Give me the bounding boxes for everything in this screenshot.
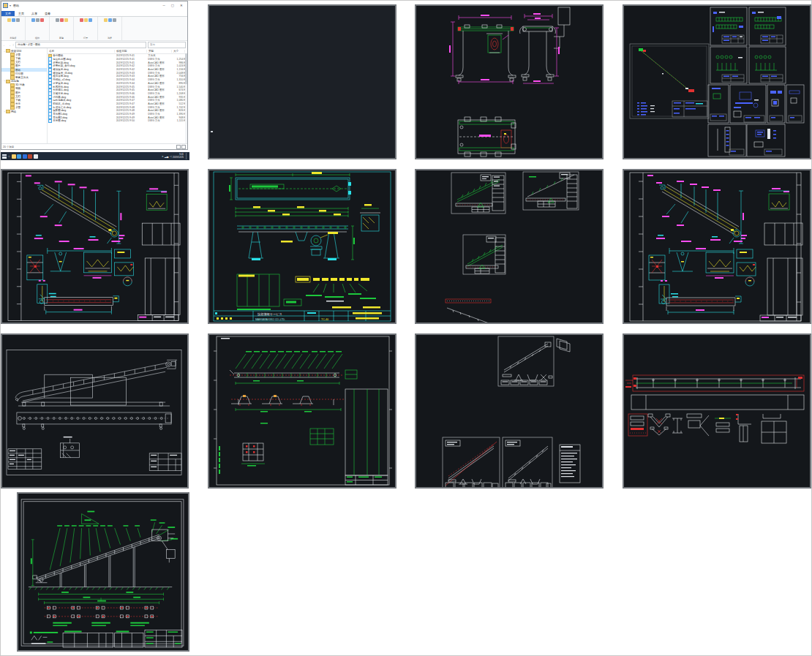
file-date: 2019/12/25 9:44 bbox=[116, 78, 149, 81]
system-tray[interactable]: ∧ ▂▄ ◁ 9:41 2019/12/25 bbox=[162, 153, 188, 159]
tab-3[interactable]: 查看 bbox=[41, 11, 54, 16]
taskbar-search-icon[interactable]: ○ bbox=[8, 154, 10, 158]
network-icon[interactable]: ▂▄ bbox=[165, 155, 168, 158]
file-name: 张紧装置.dwg bbox=[53, 82, 116, 85]
taskbar-app-icon[interactable] bbox=[23, 154, 27, 159]
details-view-icon[interactable] bbox=[176, 145, 181, 149]
file-row[interactable]: 零件图2.dwg2019/12/25 9:49AutoCAD 图形948 KB bbox=[48, 116, 187, 119]
sidebar-item-label: 下载 bbox=[15, 57, 20, 60]
taskbar-clock[interactable]: 9:41 2019/12/25 bbox=[173, 154, 184, 159]
file-row[interactable]: 改向滚筒.dwg2019/12/25 9:43AutoCAD 图形756 KB bbox=[48, 75, 187, 78]
start-button[interactable] bbox=[2, 154, 7, 159]
file-type: DWG 文件 bbox=[148, 99, 173, 102]
forward-button[interactable]: → bbox=[8, 43, 12, 47]
ribbon-icon[interactable] bbox=[104, 18, 108, 22]
maximize-button[interactable]: ▢ bbox=[168, 4, 177, 7]
file-date: 2019/12/25 9:43 bbox=[116, 75, 149, 78]
file-row[interactable]: 张紧装置.dwg2019/12/25 9:44AutoCAD 图形890 KB bbox=[48, 82, 187, 86]
thumbnail-view-icon[interactable] bbox=[181, 145, 186, 149]
file-name: 装配图.dwg bbox=[53, 109, 116, 112]
ribbon-icon[interactable] bbox=[64, 18, 68, 22]
file-date: 2019/12/25 9:49 bbox=[116, 113, 149, 116]
ribbon-group-4[interactable]: 选择 bbox=[98, 17, 122, 40]
file-type: AutoCAD 图形 bbox=[148, 75, 173, 78]
ribbon-icon[interactable] bbox=[40, 18, 44, 22]
file-row[interactable]: 机尾部件.dwg2019/12/25 9:45DWG 文件1,540 KB bbox=[48, 85, 187, 88]
ribbon-icon[interactable] bbox=[56, 18, 59, 22]
file-row[interactable]: 清扫器.dwg2019/12/25 9:46AutoCAD 图形935 KB bbox=[48, 95, 187, 99]
title-bar[interactable]: ▾ 图纸 ─ ▢ ✕ bbox=[1, 1, 187, 10]
back-button[interactable]: ← bbox=[3, 43, 7, 47]
column-header-0[interactable]: 名称 bbox=[48, 50, 115, 53]
show-desktop-button[interactable] bbox=[186, 153, 188, 159]
ribbon-icon[interactable] bbox=[16, 18, 20, 22]
ribbon-icon[interactable] bbox=[31, 18, 35, 22]
installation-sheet-drawing bbox=[18, 494, 188, 650]
minimize-button[interactable]: ─ bbox=[159, 4, 168, 7]
ribbon-icon[interactable] bbox=[7, 18, 11, 22]
cad-sheet-h bbox=[623, 169, 811, 324]
tray-expand-icon[interactable]: ∧ bbox=[162, 155, 164, 158]
file-row[interactable]: 驱动装置_旧.dwg2019/12/25 9:43DWG 文件2,048 KB bbox=[48, 71, 187, 75]
ribbon-icon[interactable] bbox=[84, 18, 88, 22]
ribbon-group-label: 新建 bbox=[59, 37, 64, 39]
file-row[interactable]: 备份图纸2019/12/25 9:41文件夹 bbox=[48, 54, 187, 58]
file-row[interactable]: 标准件汇总.dwg2019/12/25 9:48DWG 文件1,742 KB bbox=[48, 105, 187, 109]
file-name: 电机选型表.dwg bbox=[53, 99, 116, 102]
tab-1[interactable]: 主页 bbox=[15, 11, 28, 16]
tab-2[interactable]: 共享 bbox=[28, 11, 41, 16]
file-date: 2019/12/25 9:44 bbox=[116, 82, 149, 85]
volume-icon[interactable]: ◁ bbox=[170, 155, 172, 158]
column-header-2[interactable]: 类型 bbox=[147, 50, 172, 53]
scrollbar[interactable] bbox=[185, 53, 187, 143]
file-row[interactable]: 驱动装置.dwg2019/12/25 9:42AutoCAD 图形1,156 K… bbox=[48, 68, 187, 72]
file-name: 机尾部件.dwg bbox=[53, 86, 116, 88]
quick-access-toolbar[interactable]: ▾ bbox=[10, 4, 11, 7]
ribbon-icon[interactable] bbox=[36, 18, 40, 22]
file-row[interactable]: 装配图.dwg2019/12/25 9:48AutoCAD 图形826 KB bbox=[48, 109, 187, 113]
file-row[interactable]: 皮带机架.dwg2019/12/25 9:41AutoCAD 图形986 KB bbox=[48, 61, 187, 64]
up-button[interactable]: ↑ bbox=[12, 43, 14, 47]
address-bar: ← → ↑ 此电脑 › 桌面 › 图纸 搜索 bbox=[1, 41, 187, 48]
file-row[interactable]: 输送机总图.dwg2019/12/25 9:41DWG 文件1,254 KB bbox=[48, 58, 187, 61]
file-type: DWG 文件 bbox=[148, 72, 173, 75]
close-button[interactable]: ✕ bbox=[177, 4, 186, 7]
file-name: 输送机总图.dwg bbox=[53, 58, 116, 61]
file-row[interactable]: 皮带机架_备份.dwg2019/12/25 9:42DWG 文件1,024 KB bbox=[48, 64, 187, 68]
ribbon-group-0[interactable]: 剪贴板 bbox=[1, 17, 26, 40]
taskbar-doc-app-icon[interactable] bbox=[34, 154, 38, 159]
file-type: AutoCAD 图形 bbox=[148, 82, 173, 85]
file-row[interactable]: 明细表_总.dwg2019/12/25 9:47AutoCAD 图形512 KB bbox=[48, 102, 187, 106]
file-row[interactable]: 零件图1.dwg2019/12/25 9:49DWG 文件1,390 KB bbox=[48, 113, 187, 116]
taskbar-cad-app-icon[interactable] bbox=[28, 154, 32, 159]
file-row[interactable]: 支腿布置.dwg2019/12/25 9:46DWG 文件1,208 KB bbox=[48, 92, 187, 96]
ribbon-icon[interactable] bbox=[113, 18, 116, 22]
svg-text:MAEKAWA KIKO CO.,LTD.: MAEKAWA KIKO CO.,LTD. bbox=[255, 318, 285, 321]
cad-sheet-i bbox=[1, 333, 189, 489]
column-header-1[interactable]: 修改日期 bbox=[115, 50, 147, 53]
column-header-3[interactable]: 大小 bbox=[172, 50, 185, 53]
ribbon-icon[interactable] bbox=[80, 18, 83, 22]
ribbon-group-1[interactable]: 组织 bbox=[26, 17, 50, 40]
ribbon-group-2[interactable]: 新建 bbox=[50, 17, 74, 40]
scrollbar-thumb[interactable] bbox=[185, 53, 187, 84]
file-date: 2019/12/25 9:41 bbox=[116, 61, 149, 64]
ribbon-icon[interactable] bbox=[60, 18, 64, 22]
file-row[interactable]: 电机选型表.dwg2019/12/25 9:47DWG 文件1,080 KB bbox=[48, 99, 187, 102]
desktop-capture-tile: ▾ 图纸 ─ ▢ ✕ 文件主页共享查看 剪贴板组织新建打开选择 ← → ↑ 此电… bbox=[1, 1, 189, 160]
file-row[interactable]: 头部漏斗.dwg2019/12/25 9:45AutoCAD 图形674 KB bbox=[48, 88, 187, 92]
tab-0[interactable]: 文件 bbox=[1, 11, 15, 16]
ribbon-group-3[interactable]: 打开 bbox=[74, 17, 98, 40]
ribbon-icon[interactable] bbox=[108, 18, 112, 22]
ribbon-icon[interactable] bbox=[89, 18, 92, 22]
taskbar-explorer-icon[interactable] bbox=[12, 154, 16, 159]
sidebar-item-16[interactable]: ›网络 bbox=[1, 110, 47, 113]
file-row[interactable]: 布置图.dwg2019/12/25 9:50DWG 文件1,115 KB bbox=[48, 119, 187, 123]
assembly-sheet-drawing bbox=[624, 170, 810, 323]
breadcrumb[interactable]: 此电脑 › 桌面 › 图纸 bbox=[15, 42, 146, 48]
taskbar-browser-icon[interactable] bbox=[17, 154, 21, 159]
file-date: 2019/12/25 9:46 bbox=[116, 92, 149, 95]
ribbon-icon[interactable] bbox=[12, 18, 15, 22]
search-input[interactable]: 搜索 bbox=[148, 42, 186, 48]
file-row[interactable]: 托辊组_v2.dwg2019/12/25 9:44DWG 文件1,310 KB bbox=[48, 78, 187, 82]
